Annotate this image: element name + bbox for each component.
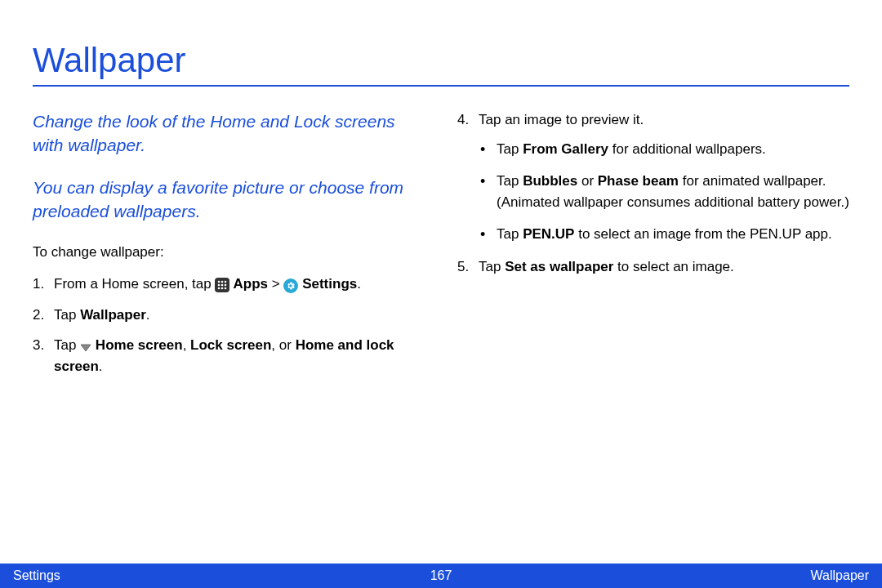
step-3: Tap Home screen, Lock screen, or Home an… [33,335,425,376]
dropdown-icon [80,344,91,352]
svg-point-6 [218,287,220,290]
svg-point-8 [225,287,227,290]
step-5: Tap Set as wallpaper to select an image. [457,256,849,278]
svg-marker-9 [81,345,91,351]
svg-point-7 [221,287,224,290]
bullet-penup: Tap PEN.UP to select an image from the P… [479,224,849,245]
intro-paragraph-2: You can display a favorite picture or ch… [33,176,425,224]
lead-text: To change wallpaper: [33,242,425,263]
footer-left: Settings [13,568,60,583]
bullet-bubbles: Tap Bubbles or Phase beam for animated w… [479,171,849,212]
svg-point-5 [225,284,227,287]
right-column: Tap an image to preview it. Tap From Gal… [457,109,849,386]
step-2: Tap Wallpaper. [33,305,425,326]
svg-point-1 [221,281,224,283]
step-1: From a Home screen, tap Apps > Settings. [33,274,425,295]
svg-point-0 [218,281,220,283]
svg-point-3 [218,284,220,287]
page-footer: Settings 167 Wallpaper [0,564,882,588]
step-4: Tap an image to preview it. Tap From Gal… [457,109,849,245]
settings-icon [283,278,298,293]
footer-right: Wallpaper [811,568,869,583]
svg-point-4 [221,284,224,287]
apps-icon [215,278,229,292]
intro-paragraph-1: Change the look of the Home and Lock scr… [33,109,425,158]
page-title: Wallpaper [33,41,849,87]
svg-point-2 [225,281,227,283]
left-column: Change the look of the Home and Lock scr… [33,109,425,386]
footer-page-number: 167 [430,568,452,583]
bullet-from-gallery: Tap From Gallery for additional wallpape… [479,139,849,160]
